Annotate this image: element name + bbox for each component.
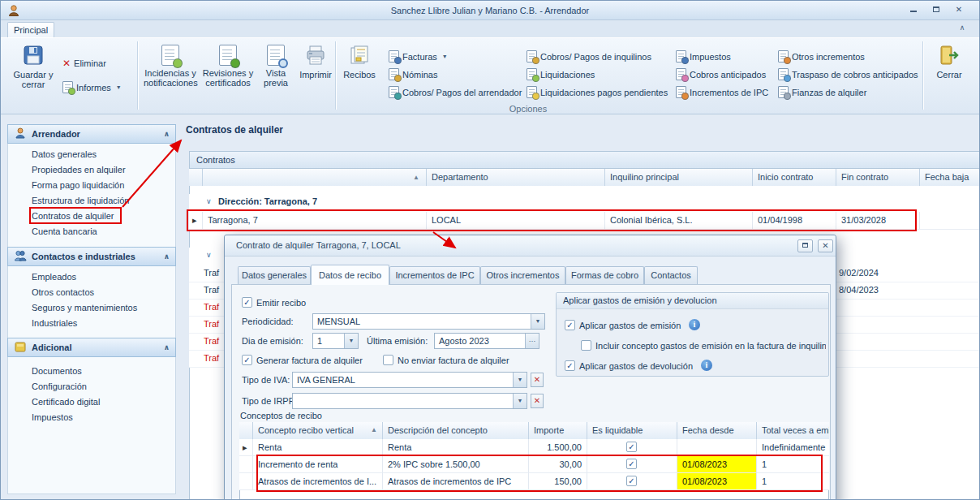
nominas-button[interactable]: Nóminas [389,67,437,82]
dia-emision-select[interactable]: 1 ▼ [312,333,359,349]
sidebar-group-adicional[interactable]: Adicional ∧ [7,338,176,357]
liquidable-checkbox[interactable] [626,476,637,486]
cell-importe[interactable]: 30,00 [529,456,587,473]
clear-iva-button[interactable]: ✕ [531,373,544,387]
vista-previa-button[interactable]: Vista previa [257,41,294,108]
liquidaciones-pendientes-button[interactable]: Liquidaciones pagos pendientes [527,84,668,100]
ultima-emision-field[interactable]: Agosto 2023 … [434,333,539,349]
sidebar-item-industriales[interactable]: Industriales [7,316,176,331]
maximize-button[interactable] [926,4,947,17]
header-inquilino-principal[interactable]: Inquilino principal [605,169,753,186]
sidebar-item-otros-contactos[interactable]: Otros contactos [7,285,176,300]
header-descripcion[interactable]: Descripción del concepto [383,422,529,439]
cell-descripcion[interactable]: 2% IPC sobre 1.500,00 [383,456,529,473]
liquidable-checkbox[interactable] [626,442,637,452]
tipo-irpf-select[interactable]: ▼ [292,393,527,409]
minimize-button[interactable] [903,4,924,17]
sidebar-item-empleados[interactable]: Empleados [7,269,176,285]
tipo-iva-select[interactable]: IVA GENERAL ▼ [292,372,527,388]
sidebar-item-documentos[interactable]: Documentos [7,364,176,379]
liquidaciones-button[interactable]: Liquidaciones [527,67,595,82]
revisiones-button[interactable]: Revisiones y certificados [202,41,254,108]
cell-es-liquidable[interactable] [587,439,677,456]
sidebar-group-contactos[interactable]: Contactos e industriales ∧ [7,247,176,266]
sidebar-item-propiedades-en-alquiler[interactable]: Propiedades en alquiler [7,162,176,178]
liquidable-checkbox[interactable] [626,459,637,469]
cell-fin[interactable]: 31/03/2028 [836,212,920,230]
ribbon-collapse-button[interactable]: ∧ [953,22,971,36]
tab-datos-de-recibo[interactable]: Datos de recibo [311,265,389,285]
informes-button[interactable]: Informes ▼ [62,80,122,95]
cell-importe[interactable]: 150,00 [529,473,587,490]
sidebar-item-certificado-digital[interactable]: Certificado digital [7,394,176,410]
sidebar-item-cuenta-bancaria[interactable]: Cuenta bancaria [7,224,176,239]
cell-total-veces[interactable]: Indefinidamente [757,439,829,456]
ellipsis-button[interactable]: … [525,334,539,348]
close-button[interactable]: ✕ [948,4,969,17]
sidebar-group-arrendador[interactable]: Arrendador ∧ [7,124,176,144]
eliminar-button[interactable]: ✕ Eliminar [62,55,106,71]
cell-departamento[interactable]: LOCAL [427,212,605,230]
imprimir-button[interactable]: Imprimir [296,41,335,108]
periodicidad-select[interactable]: MENSUAL ▼ [312,313,545,330]
cell-es-liquidable[interactable] [587,456,677,473]
header-fecha-baja[interactable]: Fecha baja [920,169,980,186]
sidebar-item-contratos-de-alquiler[interactable]: Contratos de alquiler [7,209,176,224]
cobros-anticipados-button[interactable]: Cobros anticipados [676,67,766,82]
header-concepto[interactable]: Concepto recibo vertical [253,422,383,439]
sidebar-item-seguros-y-mantenimientos[interactable]: Seguros y mantenimientos [7,300,176,316]
sidebar-item-estructura-de-liquidacion[interactable]: Estructura de liquidación [7,193,176,209]
incidencias-button[interactable]: Incidencias y notificaciones [144,41,197,108]
collapse-chevron-icon[interactable]: ∨ [206,197,212,205]
collapse-chevron-icon[interactable]: ∨ [206,251,212,259]
cobros-pagos-inquilinos-button[interactable]: Cobros/ Pagos de inquilinos [527,49,651,64]
impuestos-button[interactable]: Impuestos [676,49,731,64]
clear-irpf-button[interactable]: ✕ [531,394,544,408]
header-direccion[interactable]: ▲ [203,169,427,186]
cobros-pagos-arrendador-button[interactable]: Cobros/ Pagos del arrendador [389,84,522,100]
tab-formas-de-cobro[interactable]: Formas de cobro [565,266,644,284]
incluir-concepto-checkbox[interactable] [581,340,591,351]
recibos-button[interactable]: Recibos [342,41,377,108]
header-fecha-desde[interactable]: Fecha desde [677,422,757,439]
header-importe[interactable]: Importe [529,422,587,439]
tab-otros-incrementos[interactable]: Otros incrementos [480,266,565,284]
traspaso-cobros-button[interactable]: Traspaso de cobros anticipados [778,67,918,82]
tab-datos-generales[interactable]: Datos generales [238,266,311,284]
fianzas-button[interactable]: Fianzas de alquiler [778,84,866,100]
aplicar-gastos-emision-checkbox[interactable] [565,320,575,330]
cell-importe[interactable]: 1.500,00 [529,439,587,456]
emitir-recibo-checkbox[interactable] [242,297,252,308]
cell-total-veces[interactable]: 1 [757,456,829,473]
sidebar-item-configuracion[interactable]: Configuración [7,379,176,394]
cell-fecha-baja[interactable] [920,212,980,230]
tab-incrementos-de-ipc[interactable]: Incrementos de IPC [389,266,480,284]
header-fin-contrato[interactable]: Fin contrato [836,169,920,186]
cell-es-liquidable[interactable] [587,473,677,490]
group-row-tarragona[interactable]: ∨ Dirección: Tarragona, 7 [189,194,980,212]
cerrar-button[interactable]: Cerrar [927,41,971,108]
tab-contactos[interactable]: Contactos [644,266,698,284]
facturas-button[interactable]: Facturas ▼ [389,49,448,64]
sidebar-item-forma-pago-liquidacion[interactable]: Forma pago liquidación [7,178,176,193]
cell-total-veces[interactable]: 1 [757,473,829,490]
cell-inquilino[interactable]: Colonial Ibérica, S.L. [605,212,753,230]
aplicar-gastos-devolucion-checkbox[interactable] [565,360,575,371]
chevron-down-icon[interactable]: ▼ [513,373,527,387]
cell-fecha-desde[interactable]: 01/08/2023 [677,456,757,473]
incrementos-ipc-button[interactable]: Incrementos de IPC [676,84,768,100]
cell-inicio[interactable]: 01/04/1998 [753,212,836,230]
cell-concepto[interactable]: Atrasos de incrementos de I... [253,473,383,490]
cell-descripcion[interactable]: Renta [383,439,529,456]
dialog-maximize-button[interactable] [797,239,813,252]
cell-fecha-desde[interactable] [677,439,757,456]
info-icon[interactable]: i [701,360,712,371]
cell-concepto[interactable]: Incremento de renta [253,456,383,473]
dialog-close-button[interactable]: ✕ [818,239,833,252]
chevron-down-icon[interactable]: ▼ [344,334,358,348]
header-inicio-contrato[interactable]: Inicio contrato [753,169,836,186]
cell-direccion[interactable]: Tarragona, 7 [203,212,427,230]
sidebar-item-datos-generales[interactable]: Datos generales [7,147,176,162]
info-icon[interactable]: i [689,319,700,330]
generar-factura-checkbox[interactable] [242,355,252,365]
